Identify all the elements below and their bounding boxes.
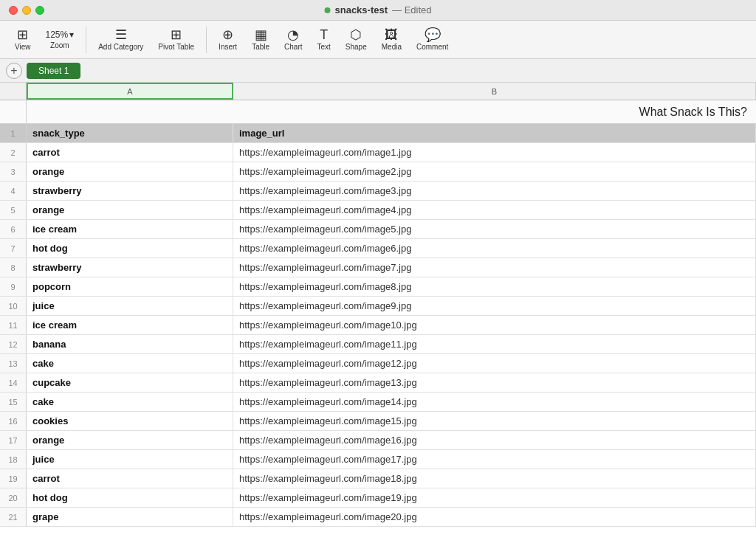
cell-image-url[interactable]: https://exampleimageurl.com/image5.jpg	[233, 220, 756, 238]
cell-image-url[interactable]: https://exampleimageurl.com/image20.jpg	[233, 508, 756, 526]
table-row[interactable]: 19carrothttps://exampleimageurl.com/imag…	[0, 469, 756, 488]
cell-image-url[interactable]: https://exampleimageurl.com/image4.jpg	[233, 201, 756, 219]
comment-button[interactable]: 💬 Comment	[410, 25, 454, 54]
close-button[interactable]	[9, 6, 18, 15]
insert-icon: ⊕	[222, 28, 233, 41]
cell-snack-type[interactable]: orange	[27, 162, 233, 181]
row-number: 13	[0, 354, 27, 373]
cell-image-url[interactable]: https://exampleimageurl.com/image11.jpg	[233, 335, 756, 353]
row-number: 16	[0, 412, 27, 430]
cell-image-url[interactable]: https://exampleimageurl.com/image2.jpg	[233, 162, 756, 181]
cell-image-url[interactable]: https://exampleimageurl.com/image10.jpg	[233, 316, 756, 334]
title-bar: snacks-test — Edited	[0, 0, 756, 21]
add-sheet-button[interactable]: +	[6, 63, 22, 79]
zoom-control[interactable]: 125% ▾ Zoom	[40, 27, 80, 52]
sheet-tab-1[interactable]: Sheet 1	[27, 63, 80, 79]
cell-image-url[interactable]: https://exampleimageurl.com/image15.jpg	[233, 412, 756, 430]
table-row[interactable]: 13cakehttps://exampleimageurl.com/image1…	[0, 354, 756, 373]
cell-snack-type[interactable]: cupcake	[27, 373, 233, 392]
row-number: 12	[0, 335, 27, 353]
table-row[interactable]: 6ice creamhttps://exampleimageurl.com/im…	[0, 220, 756, 239]
cell-image-url[interactable]: https://exampleimageurl.com/image19.jpg	[233, 488, 756, 507]
add-category-button[interactable]: ☰ Add Category	[92, 25, 149, 54]
table-row[interactable]: 11ice creamhttps://exampleimageurl.com/i…	[0, 316, 756, 335]
cell-snack-type[interactable]: ice cream	[27, 220, 233, 238]
table-row[interactable]: 16cookieshttps://exampleimageurl.com/ima…	[0, 412, 756, 431]
cell-image-url[interactable]: https://exampleimageurl.com/image12.jpg	[233, 354, 756, 373]
shape-button[interactable]: ⬡ Shape	[340, 25, 373, 54]
cell-image-url[interactable]: https://exampleimageurl.com/image13.jpg	[233, 373, 756, 392]
row-number: 15	[0, 393, 27, 411]
col-header-a[interactable]: A	[27, 83, 233, 100]
cell-snack-type[interactable]: orange	[27, 201, 233, 219]
cell-image-url[interactable]: https://exampleimageurl.com/image3.jpg	[233, 182, 756, 200]
chart-button[interactable]: ◔ Chart	[278, 25, 308, 54]
insert-button[interactable]: ⊕ Insert	[213, 25, 243, 54]
cell-image-url[interactable]: https://exampleimageurl.com/image6.jpg	[233, 239, 756, 258]
row-number: 1	[0, 124, 27, 142]
edit-status: — Edited	[392, 4, 432, 15]
cell-image-url[interactable]: https://exampleimageurl.com/image14.jpg	[233, 393, 756, 411]
table-row[interactable]: 4strawberryhttps://exampleimageurl.com/i…	[0, 182, 756, 201]
filename: snacks-test	[334, 4, 388, 15]
row-number: 21	[0, 508, 27, 526]
table-row[interactable]: 20hot doghttps://exampleimageurl.com/ima…	[0, 488, 756, 508]
cell-snack-type[interactable]: strawberry	[27, 182, 233, 200]
table-row[interactable]: 21grapehttps://exampleimageurl.com/image…	[0, 508, 756, 527]
table-row[interactable]: 14cupcakehttps://exampleimageurl.com/ima…	[0, 373, 756, 393]
table-button[interactable]: ▦ Table	[246, 25, 275, 54]
maximize-button[interactable]	[35, 6, 44, 15]
cell-image-url[interactable]: https://exampleimageurl.com/image1.jpg	[233, 143, 756, 162]
view-label: View	[15, 43, 31, 51]
table-row[interactable]: 12bananahttps://exampleimageurl.com/imag…	[0, 335, 756, 354]
cell-snack-type[interactable]: strawberry	[27, 258, 233, 277]
cell-snack-type[interactable]: cookies	[27, 412, 233, 430]
table-row[interactable]: 7hot doghttps://exampleimageurl.com/imag…	[0, 239, 756, 258]
text-button[interactable]: T Text	[311, 25, 336, 54]
cell-snack-type[interactable]: hot dog	[27, 239, 233, 258]
cell-image-url[interactable]: https://exampleimageurl.com/image18.jpg	[233, 469, 756, 488]
cell-image-url[interactable]: https://exampleimageurl.com/image8.jpg	[233, 277, 756, 296]
view-button[interactable]: ⊞ View	[9, 25, 37, 54]
cell-image-url[interactable]: https://exampleimageurl.com/image17.jpg	[233, 450, 756, 469]
cell-snack-type[interactable]: hot dog	[27, 488, 233, 507]
table-body: 1 snack_type image_url 2carrothttps://ex…	[0, 124, 756, 546]
cell-snack-type[interactable]: orange	[27, 431, 233, 449]
zoom-label: Zoom	[50, 41, 69, 49]
cell-snack-type[interactable]: banana	[27, 335, 233, 353]
cell-snack-type[interactable]: juice	[27, 450, 233, 469]
col-header-b[interactable]: B	[233, 83, 756, 100]
cell-snack-type[interactable]: carrot	[27, 469, 233, 488]
table-row[interactable]: 8strawberryhttps://exampleimageurl.com/i…	[0, 258, 756, 277]
row-number: 8	[0, 258, 27, 277]
row-number-corner	[0, 83, 27, 100]
table-row[interactable]: 10juicehttps://exampleimageurl.com/image…	[0, 297, 756, 316]
pivot-table-button[interactable]: ⊞ Pivot Table	[152, 25, 200, 54]
cell-snack-type[interactable]: carrot	[27, 143, 233, 162]
table-row[interactable]: 3orangehttps://exampleimageurl.com/image…	[0, 162, 756, 182]
table-row[interactable]: 9popcornhttps://exampleimageurl.com/imag…	[0, 277, 756, 297]
cell-image-url[interactable]: https://exampleimageurl.com/image9.jpg	[233, 297, 756, 315]
cell-image-url[interactable]: https://exampleimageurl.com/image7.jpg	[233, 258, 756, 277]
toolbar-separator-2	[206, 27, 207, 53]
cell-snack-type[interactable]: popcorn	[27, 277, 233, 296]
pivot-table-icon: ⊞	[171, 28, 182, 41]
table-row[interactable]: 15cakehttps://exampleimageurl.com/image1…	[0, 393, 756, 412]
cell-image-url[interactable]: https://exampleimageurl.com/image16.jpg	[233, 431, 756, 449]
table-row[interactable]: 18juicehttps://exampleimageurl.com/image…	[0, 450, 756, 469]
header-image-url[interactable]: image_url	[233, 124, 756, 142]
minimize-button[interactable]	[22, 6, 31, 15]
cell-snack-type[interactable]: cake	[27, 354, 233, 373]
header-snack-type[interactable]: snack_type	[27, 124, 233, 142]
cell-snack-type[interactable]: juice	[27, 297, 233, 315]
table-row[interactable]: 2carrothttps://exampleimageurl.com/image…	[0, 143, 756, 162]
cell-snack-type[interactable]: grape	[27, 508, 233, 526]
traffic-lights	[9, 6, 44, 15]
cell-snack-type[interactable]: ice cream	[27, 316, 233, 334]
row-number: 6	[0, 220, 27, 238]
table-row[interactable]: 5orangehttps://exampleimageurl.com/image…	[0, 201, 756, 220]
table-row[interactable]: 17orangehttps://exampleimageurl.com/imag…	[0, 431, 756, 450]
view-icon: ⊞	[17, 28, 28, 41]
media-button[interactable]: 🖼 Media	[376, 25, 408, 54]
cell-snack-type[interactable]: cake	[27, 393, 233, 411]
